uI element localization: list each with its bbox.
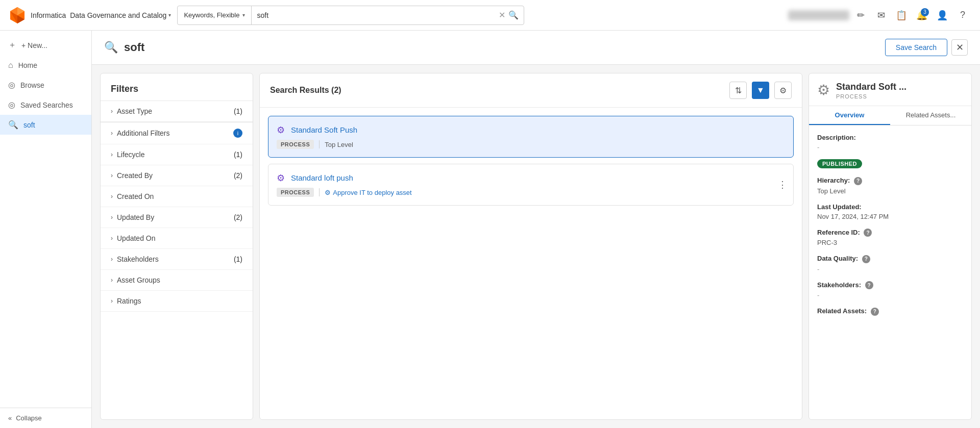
home-icon: ⌂ xyxy=(8,61,13,70)
pencil-icon-button[interactable]: ✏ xyxy=(851,6,870,24)
bell-icon-button[interactable]: 🔔 3 xyxy=(913,6,931,24)
filter-label-ratings: Ratings xyxy=(117,297,242,305)
result-card-1-title: ⚙ Standard Soft Push xyxy=(277,124,785,135)
three-panel: Filters › Asset Type (1) › Additional Fi… xyxy=(92,65,980,428)
page-title: soft xyxy=(124,41,144,54)
sidebar: ＋ + New... ⌂ Home ◎ Browse ◎ Saved Searc… xyxy=(0,31,92,428)
filter-label-updated-on: Updated On xyxy=(117,234,242,242)
nav-actions: ✏ ✉ 📋 🔔 3 👤 ? xyxy=(788,6,972,24)
page-header: 🔍 soft Save Search ✕ xyxy=(92,31,980,65)
detail-section-related-assets: Related Assets: ? xyxy=(817,307,963,316)
filter-chevron-updated-by-icon: › xyxy=(111,214,113,221)
filter-chevron-asset-groups-icon: › xyxy=(111,276,113,284)
reference-id-info-icon[interactable]: ? xyxy=(864,229,872,237)
filter-item-asset-type[interactable]: › Asset Type (1) xyxy=(101,101,253,122)
result-card-standard-loft-push[interactable]: ⚙ Standard loft push PROCESS ⚙ Approve I… xyxy=(268,164,794,206)
filter-item-ratings[interactable]: › Ratings xyxy=(101,291,253,312)
help-icon: ? xyxy=(960,10,965,20)
saved-searches-icon: ◎ xyxy=(8,100,15,110)
filter-item-asset-groups[interactable]: › Asset Groups xyxy=(101,270,253,291)
filter-label-additional-filters: Additional Filters xyxy=(117,129,229,137)
logo-area: Informatica Data Governance and Catalog … xyxy=(8,6,171,24)
detail-tab-overview[interactable]: Overview xyxy=(809,106,890,125)
global-search-bar: Keywords, Flexible ▾ ✕ 🔍 xyxy=(177,6,524,25)
search-go-icon[interactable]: 🔍 xyxy=(508,10,519,20)
sort-button[interactable]: ⇅ xyxy=(729,82,747,99)
related-assets-info-icon[interactable]: ? xyxy=(871,308,879,316)
filter-item-updated-on[interactable]: › Updated On xyxy=(101,228,253,249)
detail-section-description: Description: - xyxy=(817,134,963,151)
filter-chevron-created-by-icon: › xyxy=(111,172,113,179)
results-header: Search Results (2) ⇅ ▼ ⚙ xyxy=(260,73,802,108)
result-sublabel-2[interactable]: ⚙ Approve IT to deploy asset xyxy=(325,189,411,196)
detail-tabs: Overview Related Assets... xyxy=(809,106,971,125)
filter-item-stakeholders[interactable]: › Stakeholders (1) xyxy=(101,249,253,270)
detail-panel: ⚙ Standard Soft ... PROCESS Overview Rel… xyxy=(808,73,972,420)
search-input[interactable] xyxy=(257,11,496,19)
detail-hierarchy-label: Hierarchy: ? xyxy=(817,177,963,185)
filter-item-additional-filters[interactable]: › Additional Filters i xyxy=(101,122,253,144)
detail-section-status: PUBLISHED xyxy=(817,159,963,168)
detail-data-quality-label: Data Quality: ? xyxy=(817,255,963,263)
detail-section-data-quality: Data Quality: ? - xyxy=(817,255,963,273)
sidebar-item-home[interactable]: ⌂ Home xyxy=(0,56,91,75)
detail-section-stakeholders: Stakeholders: ? - xyxy=(817,281,963,299)
result-hierarchy-1: Top Level xyxy=(325,141,353,148)
filter-label-updated-by: Updated By xyxy=(117,213,230,221)
filter-count-created-by: (2) xyxy=(234,171,242,180)
sidebar-item-browse[interactable]: ◎ Browse xyxy=(0,75,91,95)
person-icon-button[interactable]: 👤 xyxy=(933,6,951,24)
filter-count-updated-by: (2) xyxy=(234,213,242,221)
active-filter-button[interactable]: ▼ xyxy=(752,82,769,99)
filter-item-created-by[interactable]: › Created By (2) xyxy=(101,165,253,186)
detail-header: ⚙ Standard Soft ... PROCESS xyxy=(809,73,971,106)
meta-divider-2 xyxy=(319,188,320,196)
sort-icon: ⇅ xyxy=(735,86,742,95)
filter-item-lifecycle[interactable]: › Lifecycle (1) xyxy=(101,144,253,165)
sidebar-item-soft[interactable]: 🔍 soft xyxy=(0,115,91,135)
pencil-icon: ✏ xyxy=(857,10,865,21)
search-clear-icon[interactable]: ✕ xyxy=(499,10,505,20)
hierarchy-info-icon[interactable]: ? xyxy=(854,177,862,185)
collapse-icon: « xyxy=(8,414,12,422)
browse-icon: ◎ xyxy=(8,80,15,90)
sidebar-item-saved-searches[interactable]: ◎ Saved Searches xyxy=(0,95,91,115)
results-settings-button[interactable]: ⚙ xyxy=(774,82,792,99)
sidebar-item-new[interactable]: ＋ + New... xyxy=(0,35,91,56)
clipboard-icon-button[interactable]: 📋 xyxy=(892,6,911,24)
save-search-button[interactable]: Save Search xyxy=(885,39,947,56)
process-gear-icon-2: ⚙ xyxy=(277,172,287,183)
search-input-wrap: ✕ 🔍 xyxy=(252,10,524,20)
new-plus-icon: ＋ xyxy=(8,40,16,51)
help-icon-button[interactable]: ? xyxy=(953,6,972,24)
close-search-button[interactable]: ✕ xyxy=(951,39,968,56)
message-icon-button[interactable]: ✉ xyxy=(872,6,890,24)
active-filter-icon: ▼ xyxy=(756,86,765,95)
detail-hierarchy-value: Top Level xyxy=(817,187,963,195)
result-type-badge-1: PROCESS xyxy=(277,140,314,149)
sidebar-collapse-button[interactable]: « Collapse xyxy=(0,408,91,428)
meta-divider-1 xyxy=(319,140,320,148)
search-type-dropdown[interactable]: Keywords, Flexible ▾ xyxy=(178,6,252,24)
clipboard-icon: 📋 xyxy=(896,10,907,21)
published-status-badge: PUBLISHED xyxy=(817,159,862,168)
stakeholders-info-icon[interactable]: ? xyxy=(865,281,873,289)
detail-section-last-updated: Last Updated: Nov 17, 2024, 12:47 PM xyxy=(817,203,963,220)
result-card-standard-soft-push[interactable]: ⚙ Standard Soft Push PROCESS Top Level xyxy=(268,116,794,158)
main-layout: ＋ + New... ⌂ Home ◎ Browse ◎ Saved Searc… xyxy=(0,31,980,428)
notification-badge: 3 xyxy=(921,8,929,16)
app-product-label: Data Governance and Catalog xyxy=(70,11,166,19)
search-type-label: Keywords, Flexible xyxy=(184,11,239,19)
filter-item-created-on[interactable]: › Created On xyxy=(101,186,253,207)
app-product-dropdown[interactable]: Data Governance and Catalog ▾ xyxy=(70,11,171,19)
results-title: Search Results (2) xyxy=(270,86,724,95)
card-more-button-2[interactable]: ⋮ xyxy=(778,180,787,189)
detail-last-updated-value: Nov 17, 2024, 12:47 PM xyxy=(817,213,963,220)
filter-item-updated-by[interactable]: › Updated By (2) xyxy=(101,207,253,228)
detail-tab-related-assets[interactable]: Related Assets... xyxy=(890,106,971,125)
result-type-badge-2: PROCESS xyxy=(277,188,314,197)
data-quality-info-icon[interactable]: ? xyxy=(862,255,870,263)
soft-search-icon: 🔍 xyxy=(8,120,18,130)
topnav: Informatica Data Governance and Catalog … xyxy=(0,0,980,31)
result-meta-2: PROCESS ⚙ Approve IT to deploy asset xyxy=(277,188,785,197)
